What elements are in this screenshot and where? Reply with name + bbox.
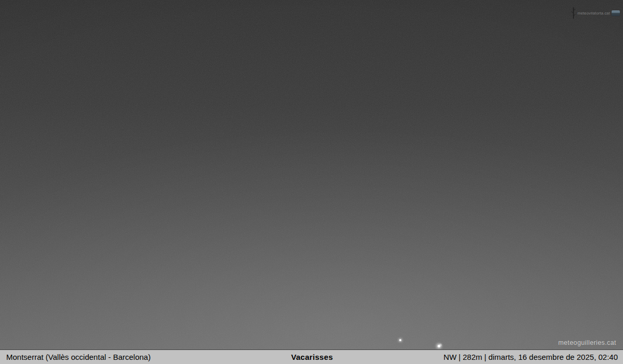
datetime-text: dimarts, 16 desembre de 2025, 02:40: [489, 353, 618, 361]
direction-text: NW: [443, 353, 456, 361]
station-logo-badge-icon: [612, 10, 620, 16]
town-name-label: Vacarisses: [291, 353, 333, 361]
distant-light-dot: [399, 339, 401, 341]
station-logo: meteovilatorta.cat: [571, 7, 620, 19]
distant-light-dot: [438, 345, 440, 347]
separator: |: [482, 353, 489, 361]
watermark-text: meteoguilleries.cat: [558, 339, 616, 346]
status-bar: Montserrat (Vallès occidental - Barcelon…: [0, 349, 623, 364]
separator: |: [456, 353, 463, 361]
weather-mast-icon: [571, 7, 576, 19]
camera-info-label: NW|282m|dimarts, 16 desembre de 2025, 02…: [333, 353, 623, 361]
station-logo-text: meteovilatorta.cat: [577, 11, 610, 16]
night-sky-photo: [0, 0, 623, 349]
altitude-text: 282m: [463, 353, 482, 361]
webcam-frame: meteovilatorta.cat meteoguilleries.cat M…: [0, 0, 623, 364]
location-label: Montserrat (Vallès occidental - Barcelon…: [0, 353, 291, 361]
